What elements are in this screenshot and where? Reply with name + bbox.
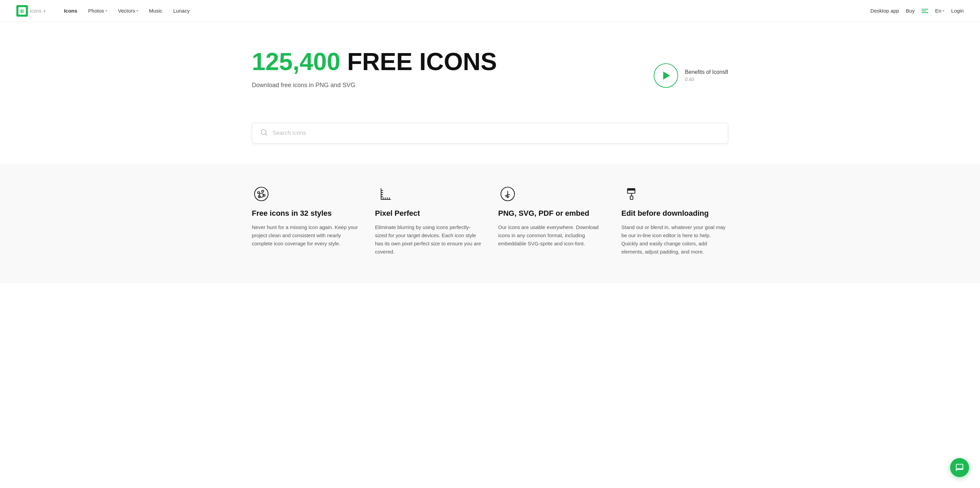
hero-left: 125,400 FREE ICONS Download free icons i… bbox=[252, 49, 627, 102]
hero-subtitle: Download free icons in PNG and SVG bbox=[252, 82, 627, 89]
svg-line-1 bbox=[266, 134, 267, 135]
features-section: Free icons in 32 styles Never hunt for a… bbox=[0, 164, 980, 283]
video-info: Benefits of Icons8 0:40 bbox=[685, 69, 728, 82]
play-button[interactable] bbox=[654, 63, 678, 88]
nav-photos[interactable]: Photos ▾ bbox=[83, 5, 112, 16]
feature-formats-desc: Our icons are usable everywhere. Downloa… bbox=[498, 223, 605, 248]
features-grid: Free icons in 32 styles Never hunt for a… bbox=[252, 184, 728, 256]
feature-pixel: Pixel Perfect Eliminate blurring by usin… bbox=[375, 184, 482, 256]
feature-formats: PNG, SVG, PDF or embed Our icons are usa… bbox=[498, 184, 605, 256]
formats-icon bbox=[498, 184, 517, 203]
desktop-app-link[interactable]: Desktop app bbox=[870, 8, 899, 14]
nav-vectors[interactable]: Vectors ▾ bbox=[113, 5, 143, 16]
svg-rect-19 bbox=[627, 189, 635, 191]
hero-count: 125,400 bbox=[252, 48, 340, 75]
styles-icon bbox=[252, 184, 271, 203]
brand-name: Icons ▾ bbox=[30, 8, 46, 14]
main-nav: Icons Photos ▾ Vectors ▾ Music Lunacy bbox=[59, 5, 870, 16]
hero-title: 125,400 FREE ICONS bbox=[252, 49, 627, 75]
logo-letter bbox=[18, 7, 26, 14]
svg-point-2 bbox=[255, 187, 268, 201]
feature-edit-desc: Stand out or blend in, whatever your goa… bbox=[621, 223, 728, 256]
search-input[interactable] bbox=[272, 130, 720, 137]
header-right: Desktop app Buy En ▾ Login bbox=[870, 8, 964, 14]
svg-point-4 bbox=[262, 190, 264, 192]
feature-pixel-desc: Eliminate blurring by using icons perfec… bbox=[375, 223, 482, 256]
menu-icon[interactable] bbox=[921, 9, 928, 13]
logo-icon bbox=[16, 5, 28, 17]
feature-edit-title: Edit before downloading bbox=[621, 209, 728, 218]
logo[interactable]: Icons ▾ bbox=[16, 5, 46, 17]
feature-styles-title: Free icons in 32 styles bbox=[252, 209, 359, 218]
hero-section: 125,400 FREE ICONS Download free icons i… bbox=[0, 22, 980, 123]
feature-styles-desc: Never hunt for a missing icon again. Kee… bbox=[252, 223, 359, 248]
hero-text: FREE ICONS bbox=[347, 48, 497, 75]
nav-music[interactable]: Music bbox=[144, 5, 167, 16]
login-link[interactable]: Login bbox=[951, 8, 964, 14]
photos-chevron-icon: ▾ bbox=[105, 9, 107, 13]
search-icon bbox=[260, 129, 268, 138]
nav-lunacy[interactable]: Lunacy bbox=[169, 5, 194, 16]
feature-pixel-title: Pixel Perfect bbox=[375, 209, 482, 218]
buy-link[interactable]: Buy bbox=[906, 8, 915, 14]
search-section bbox=[0, 123, 980, 164]
language-chevron-icon: ▾ bbox=[943, 9, 944, 13]
feature-formats-title: PNG, SVG, PDF or embed bbox=[498, 209, 605, 218]
language-selector[interactable]: En ▾ bbox=[935, 8, 944, 14]
search-box bbox=[252, 123, 728, 144]
nav-icons[interactable]: Icons bbox=[59, 5, 82, 16]
feature-styles: Free icons in 32 styles Never hunt for a… bbox=[252, 184, 359, 256]
svg-rect-21 bbox=[630, 196, 633, 199]
video-duration: 0:40 bbox=[685, 76, 728, 82]
header: Icons ▾ Icons Photos ▾ Vectors ▾ Music L… bbox=[0, 0, 980, 22]
feature-edit: Edit before downloading Stand out or ble… bbox=[621, 184, 728, 256]
pixel-icon bbox=[375, 184, 394, 203]
video-title: Benefits of Icons8 bbox=[685, 69, 728, 75]
edit-icon bbox=[621, 184, 640, 203]
svg-point-3 bbox=[258, 192, 259, 194]
vectors-chevron-icon: ▾ bbox=[137, 9, 138, 13]
play-icon bbox=[663, 72, 670, 79]
hero-video: Benefits of Icons8 0:40 bbox=[654, 63, 728, 88]
